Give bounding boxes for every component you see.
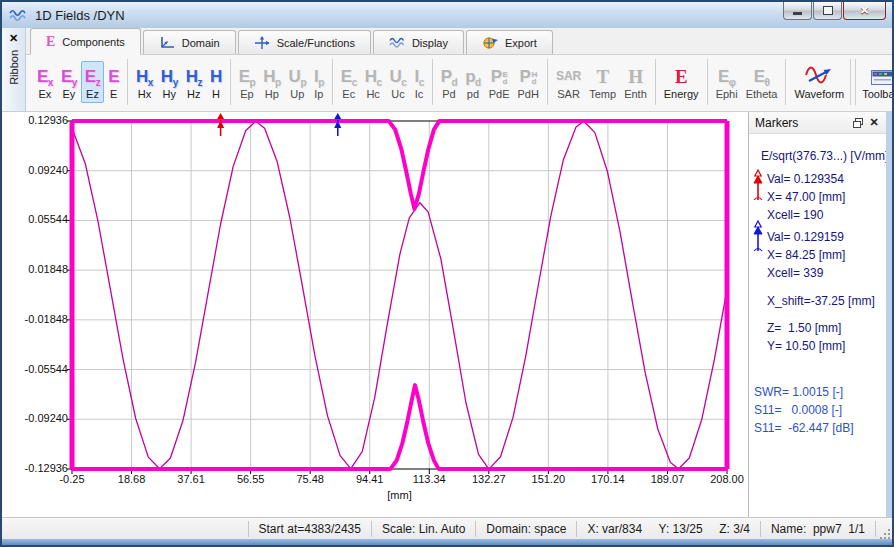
toolbar-group-separator — [230, 59, 231, 105]
ribbon-toolbar: ExExEyEyEzEzEEHxHxHyHyHzHzHHEpEpHpHpUpUp… — [26, 55, 892, 112]
ribbon-button-sar[interactable]: SARSAR — [552, 61, 585, 103]
marker1-red-arrow-icon — [752, 169, 764, 209]
float-icon — [852, 117, 864, 129]
ribbon-button-ez[interactable]: EzEz — [81, 61, 104, 103]
markers-panel-title: Markers — [755, 116, 850, 130]
right-border-strip — [886, 112, 892, 519]
tab-label: Components — [62, 36, 124, 48]
ribbon-button-label: Hx — [138, 87, 151, 101]
ribbon-button-ip[interactable]: IpIp — [310, 61, 328, 103]
ip-letter-icon: Ip — [314, 63, 324, 87]
marker1-val: Val= 0.129354 — [767, 172, 844, 186]
tab-scale-functions[interactable]: Scale/Functions — [238, 30, 371, 54]
field-plot[interactable] — [66, 112, 733, 482]
ribbon-button-etheta[interactable]: EθEtheta — [742, 61, 782, 103]
ribbon-button-temp[interactable]: TTemp — [585, 61, 620, 103]
ribbon-button-ec[interactable]: EcEc — [337, 61, 361, 103]
ribbon-button-hp[interactable]: HpHp — [259, 61, 284, 103]
series-e-field-instantaneous — [72, 121, 727, 469]
hx-letter-icon: Hx — [136, 63, 153, 87]
domain-axes-icon — [159, 36, 175, 50]
float-panel-button[interactable] — [850, 115, 866, 130]
ribbon-button-hy[interactable]: HyHy — [157, 61, 182, 103]
temp-letter-icon: T — [597, 63, 609, 87]
series-e-field-envelope-max — [72, 121, 727, 209]
ribbon-button-hc[interactable]: HcHc — [361, 61, 386, 103]
marker2-val: Val= 0.129159 — [767, 230, 844, 244]
y-tick-label: 0.09240 — [4, 164, 68, 176]
toolbar-group-separator — [127, 59, 128, 105]
ribbon-button-ey[interactable]: EyEy — [57, 61, 81, 103]
ribbon-close-button[interactable]: ✕ — [5, 30, 23, 46]
x-tick-label: 113.34 — [399, 473, 459, 485]
x-tick-label: 132.27 — [459, 473, 519, 485]
ribbon-button-e[interactable]: EE — [104, 61, 123, 103]
minimize-button[interactable] — [783, 2, 812, 20]
app-window: 1D Fields /DYN ✕ ✕ Ribbon EComponentsDom… — [0, 0, 894, 547]
uc-letter-icon: Uc — [390, 63, 407, 87]
ribbon-button-h[interactable]: HH — [206, 61, 226, 103]
x-tick-label: 18.68 — [102, 473, 162, 485]
ribbon-button-ep[interactable]: EpEp — [235, 61, 259, 103]
y-tick-label: -0.01848 — [4, 313, 68, 325]
field-unit-label: E/sqrt(376.73...) [V/mm] — [761, 149, 888, 163]
s11-linear-value: S11= 0.0008 [-] — [754, 403, 842, 417]
maximize-button[interactable] — [813, 2, 842, 20]
s11-db-value: S11= -62.447 [dB] — [754, 421, 854, 435]
title-bar[interactable]: 1D Fields /DYN ✕ — [2, 2, 892, 28]
ribbon-button-label: E — [110, 87, 117, 101]
ribbon-button-hx[interactable]: HxHx — [132, 61, 157, 103]
ribbon-button-up[interactable]: UpUp — [285, 61, 310, 103]
ribbon-button-pdh[interactable]: PHdPdH — [513, 61, 542, 103]
marker-1-arrow[interactable] — [217, 113, 224, 136]
toolbar-group-separator — [707, 59, 708, 105]
y-tick-label: 0.01848 — [4, 263, 68, 275]
ribbon-button-label: Ex — [39, 87, 52, 101]
tab-components[interactable]: EComponents — [30, 28, 141, 55]
tab-export[interactable]: Export — [466, 30, 553, 54]
ribbon-button-pd[interactable]: PdPd — [437, 61, 461, 103]
tab-label: Display — [412, 37, 448, 49]
marker2-blue-arrow-icon — [752, 220, 764, 260]
ribbon-button-label: Ey — [62, 87, 75, 101]
window-bottom-border — [2, 539, 892, 545]
close-icon: ✕ — [9, 32, 18, 45]
ribbon-button-hz[interactable]: HzHz — [182, 61, 206, 103]
ribbon-button-label: PdE — [489, 87, 510, 101]
close-button[interactable]: ✕ — [843, 2, 886, 20]
plot-frame — [72, 121, 727, 469]
y-tick-label: 0.12936 — [4, 114, 68, 126]
ribbon-strip: ✕ Ribbon — [2, 28, 26, 112]
swr-value: SWR= 1.0015 [-] — [754, 385, 843, 399]
tab-display[interactable]: Display — [373, 30, 464, 54]
ribbon-button-ephi[interactable]: EφEphi — [712, 61, 742, 103]
ribbon-button-ic[interactable]: IcIc — [410, 61, 427, 103]
ribbon-button-label: SAR — [557, 87, 580, 101]
minimize-icon — [793, 12, 802, 15]
y-tick-label: -0.05544 — [4, 363, 68, 375]
markers-panel-header[interactable]: Markers ✕ — [749, 112, 886, 134]
ribbon-button-label: Hp — [265, 87, 279, 101]
ribbon-button-waveform[interactable]: Waveform — [790, 61, 848, 103]
ribbon-button-pd[interactable]: pdpd — [461, 61, 485, 103]
ribbon-button-label: pd — [467, 87, 479, 101]
tab-domain[interactable]: Domain — [143, 30, 236, 54]
ribbon-button-uc[interactable]: UcUc — [386, 61, 411, 103]
y-tick-label: -0.09240 — [4, 412, 68, 424]
close-panel-button[interactable]: ✕ — [866, 115, 882, 130]
tab-bar: EComponentsDomainScale/FunctionsDisplayE… — [26, 28, 892, 55]
export-icon — [482, 36, 498, 50]
marker-2-arrow[interactable] — [334, 113, 341, 136]
marker1-xcell: Xcell= 190 — [767, 208, 823, 222]
ribbon-button-ex[interactable]: ExEx — [33, 61, 57, 103]
ribbon-button-energy[interactable]: EEnergy — [660, 61, 703, 103]
statusbar-separator — [875, 521, 876, 537]
ribbon-button-enth[interactable]: HEnth — [620, 61, 651, 103]
ribbon-button-pde[interactable]: PEdPdE — [485, 61, 514, 103]
x-tick-label: 94.41 — [340, 473, 400, 485]
plot-area[interactable]: -0.2518.6837.6156.5575.4894.41113.34132.… — [2, 112, 748, 519]
tab-label: Export — [505, 37, 537, 49]
ribbon-button-label: Ephi — [716, 87, 738, 101]
ribbon-button-toolbars[interactable]: Toolbars — [858, 61, 892, 103]
window-title: 1D Fields /DYN — [35, 8, 125, 23]
